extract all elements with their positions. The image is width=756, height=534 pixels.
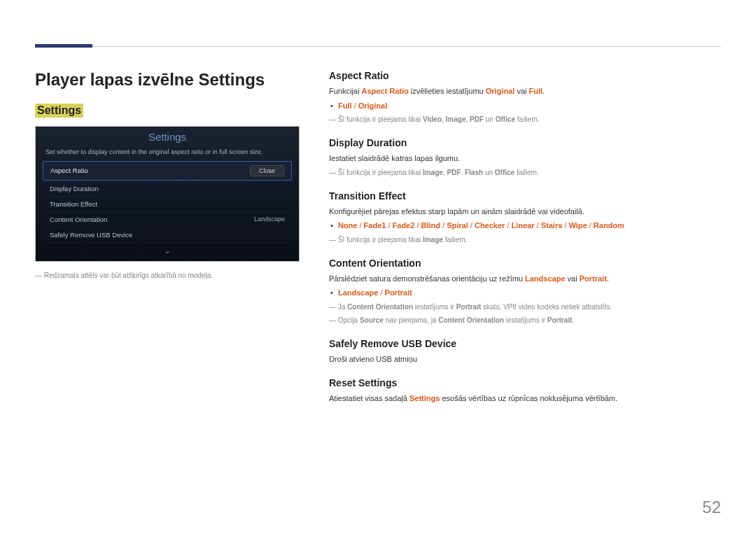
text: izvēlieties iestatījumu (409, 87, 486, 95)
text: un (483, 169, 495, 176)
term-source: Source (360, 316, 384, 324)
right-column: Aspect Ratio Funkcijai Aspect Ratio izvē… (329, 70, 721, 417)
term-flash: Flash (465, 169, 483, 176)
option-linear: Linear (512, 221, 535, 230)
content-orientation-note-1: Ja Content Orientation iestatījums ir Po… (329, 302, 721, 312)
transition-effect-options: None / Fade1 / Fade2 / Blind / Spiral / … (339, 220, 721, 232)
text: iestatījums ir (413, 303, 456, 311)
mock-row-display-duration: Display Duration (43, 181, 292, 196)
section-heading-settings: Settings (35, 104, 83, 118)
text: failiem. (443, 236, 467, 244)
option-wipe: Wipe (568, 221, 587, 230)
separator: / (378, 288, 384, 297)
text: Pārslēdziet satura demonstrēšanas orient… (329, 274, 525, 283)
mock-row-value: Landscape (254, 216, 285, 223)
text: vai (566, 274, 580, 283)
heading-reset-settings: Reset Settings (329, 377, 721, 388)
term-pdf: PDF (470, 115, 484, 123)
page-number: 52 (702, 498, 721, 517)
mock-row-content-orientation: Content Orientation Landscape (43, 211, 292, 227)
option-fade1: Fade1 (364, 221, 386, 230)
text: . (572, 316, 574, 324)
term-content-orientation: Content Orientation (347, 303, 413, 311)
term-settings: Settings (410, 394, 440, 402)
separator: / (357, 221, 363, 230)
separator: / (505, 221, 511, 230)
text: Šī funkcija ir pieejama tikai (338, 169, 423, 176)
aspect-ratio-description: Funkcijai Aspect Ratio izvēlieties iesta… (329, 85, 721, 97)
option-original: Original (358, 101, 388, 110)
content-orientation-description: Pārslēdziet satura demonstrēšanas orient… (329, 273, 721, 285)
term-office: Office (495, 169, 514, 176)
option-stairs: Stairs (541, 221, 563, 230)
block-safely-remove-usb: Safely Remove USB Device Droši atvieno U… (329, 338, 721, 365)
option-spiral: Spiral (447, 221, 468, 230)
text: failiem. (515, 115, 539, 123)
mock-row-transition-effect: Transition Effect (43, 196, 292, 211)
option-blind: Blind (421, 221, 441, 230)
term-image: Image (446, 115, 466, 123)
option-fade2: Fade2 (393, 221, 415, 230)
option-none: None (338, 221, 358, 230)
separator: / (386, 221, 392, 230)
option-checker: Checker (475, 221, 505, 230)
text: Opcija (338, 316, 360, 324)
term-aspect-ratio: Aspect Ratio (361, 87, 408, 95)
mock-row-label: Transition Effect (50, 200, 97, 208)
mock-row-label: Content Orientation (50, 216, 107, 223)
heading-content-orientation: Content Orientation (329, 258, 721, 269)
settings-panel-screenshot: Settings Set whether to display content … (35, 126, 300, 262)
aspect-ratio-note: Šī funkcija ir pieejama tikai Video, Ima… (329, 114, 721, 125)
text: iestatījums ir (504, 316, 547, 324)
text: Atiestatiet visas sadaļā (329, 394, 410, 402)
text: vai (514, 87, 528, 95)
chevron-down-icon: ⌄ (43, 242, 292, 257)
transition-effect-description: Konfigurējiet pārejas efektus starp lapā… (329, 206, 721, 218)
top-accent-bar (35, 44, 92, 48)
term-pdf: PDF (447, 169, 461, 176)
text: Funkcijai (329, 87, 361, 95)
mock-close-button: Close (250, 165, 284, 176)
mock-title: Settings (36, 127, 299, 146)
option-portrait: Portrait (385, 288, 412, 297)
mock-row-aspect-ratio: Aspect Ratio Close (43, 161, 292, 181)
text: skats, VP8 video kodeks netiek atbalstīt… (481, 303, 612, 311)
safely-remove-usb-description: Droši atvieno USB atmiņu (329, 353, 721, 365)
term-portrait: Portrait (580, 274, 607, 283)
separator: / (351, 101, 358, 110)
term-landscape: Landscape (525, 274, 565, 283)
block-display-duration: Display Duration Iestatiet slaidrādē kat… (329, 137, 721, 178)
mock-row-label: Display Duration (50, 185, 99, 192)
page-title: Player lapas izvēlne Settings (35, 70, 301, 90)
display-duration-description: Iestatiet slaidrādē katras lapas ilgumu. (329, 153, 721, 164)
mock-row-label: Aspect Ratio (50, 167, 88, 174)
option-full: Full (338, 101, 352, 110)
text: Šī funkcija ir pieejama tikai (338, 115, 423, 123)
term-image: Image (423, 236, 443, 244)
term-portrait: Portrait (547, 316, 573, 324)
image-disclaimer-note: Redzamais attēls var būt atšķirīgs atkar… (35, 272, 301, 279)
mock-row-safely-remove-usb: Safely Remove USB Device (43, 227, 292, 242)
heading-transition-effect: Transition Effect (329, 190, 721, 202)
text: . (607, 274, 609, 283)
left-column: Player lapas izvēlne Settings Settings S… (35, 70, 301, 417)
content-orientation-note-2: Opcija Source nav pieejama, ja Content O… (329, 315, 721, 325)
block-reset-settings: Reset Settings Atiestatiet visas sadaļā … (329, 377, 721, 405)
heading-aspect-ratio: Aspect Ratio (329, 70, 721, 81)
heading-display-duration: Display Duration (329, 137, 721, 148)
block-transition-effect: Transition Effect Konfigurējiet pārejas … (329, 190, 721, 245)
separator: / (440, 221, 447, 230)
term-portrait: Portrait (456, 303, 482, 311)
separator: / (587, 221, 594, 230)
text: nav pieejama, ja (384, 316, 438, 324)
content-orientation-options: Landscape / Portrait (339, 287, 721, 299)
display-duration-note: Šī funkcija ir pieejama tikai Image, PDF… (329, 167, 721, 178)
heading-safely-remove-usb: Safely Remove USB Device (329, 338, 721, 349)
text: esošās vērtības uz rūpnīcas noklusējuma … (440, 394, 617, 402)
block-aspect-ratio: Aspect Ratio Funkcijai Aspect Ratio izvē… (329, 70, 721, 125)
text: un (484, 115, 496, 123)
top-rule (35, 46, 721, 47)
aspect-ratio-options: Full / Original (339, 100, 721, 112)
term-video: Video (423, 115, 442, 123)
separator: / (535, 221, 541, 230)
